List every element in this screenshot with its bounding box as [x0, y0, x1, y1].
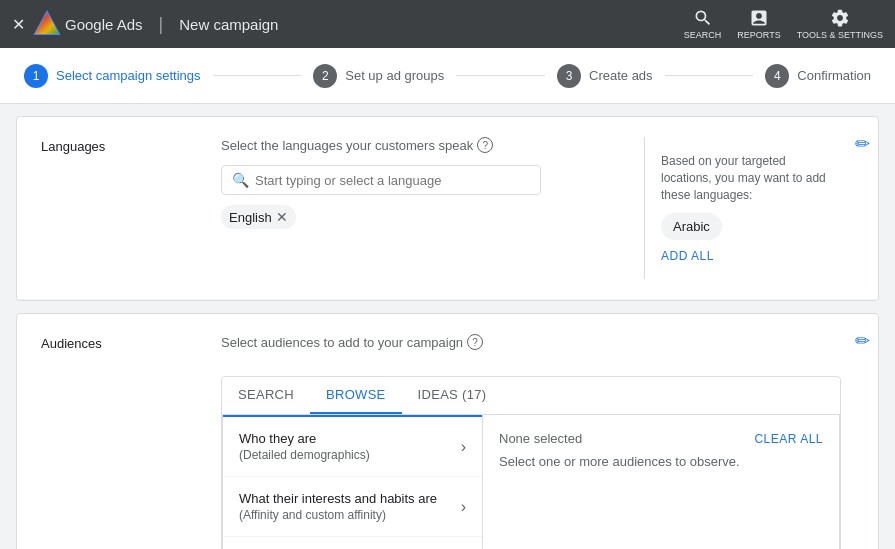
languages-label: Languages	[41, 137, 221, 154]
select-hint-text: Select one or more audiences to observe.	[499, 454, 823, 469]
audience-list: Who they are (Detailed demographics) › W…	[223, 415, 483, 549]
audience-item-1[interactable]: What their interests and habits are (Aff…	[223, 477, 482, 537]
step-3[interactable]: 3 Create ads	[557, 64, 653, 88]
tab-container: SEARCH BROWSE IDEAS (17) Who they are (D	[221, 376, 841, 549]
clear-all-link[interactable]: CLEAR ALL	[754, 432, 823, 446]
languages-card: Languages Select the languages your cust…	[16, 116, 879, 301]
languages-help-icon[interactable]: ?	[477, 137, 493, 153]
audiences-hint: Select audiences to add to your campaign…	[221, 334, 483, 350]
campaign-title: New campaign	[179, 16, 278, 33]
main-content: Languages Select the languages your cust…	[0, 116, 895, 549]
languages-hint: Select the languages your customers spea…	[221, 137, 644, 153]
languages-edit-icon[interactable]: ✏	[855, 133, 870, 155]
step-2-label: Set up ad groups	[345, 68, 444, 83]
audience-content: Who they are (Detailed demographics) › W…	[222, 415, 840, 549]
audiences-row: Audiences Select audiences to add to you…	[17, 314, 878, 549]
svg-marker-1	[35, 12, 59, 34]
search-label: SEARCH	[684, 30, 722, 40]
step-2-circle: 2	[313, 64, 337, 88]
step-2[interactable]: 2 Set up ad groups	[313, 64, 444, 88]
suggestion-hint-text: Based on your targeted locations, you ma…	[661, 153, 838, 203]
lang-tag-close-icon[interactable]: ✕	[276, 209, 288, 225]
tab-bar: SEARCH BROWSE IDEAS (17)	[222, 377, 840, 415]
suggestions-panel: Based on your targeted locations, you ma…	[644, 137, 854, 279]
english-language-tag: English ✕	[221, 205, 296, 229]
languages-row: Languages Select the languages your cust…	[17, 117, 878, 300]
tab-search[interactable]: SEARCH	[222, 377, 310, 414]
chevron-right-icon-0: ›	[461, 438, 466, 456]
step-connector-3	[665, 75, 754, 76]
tools-tool-button[interactable]: TOOLS & SETTINGS	[797, 8, 883, 40]
step-3-label: Create ads	[589, 68, 653, 83]
audience-selection-panel: None selected CLEAR ALL Select one or mo…	[483, 415, 839, 549]
stepper: 1 Select campaign settings 2 Set up ad g…	[0, 48, 895, 104]
audiences-help-icon[interactable]: ?	[467, 334, 483, 350]
audience-item-0[interactable]: Who they are (Detailed demographics) ›	[223, 415, 482, 477]
lang-tag-label: English	[229, 210, 272, 225]
language-search-input[interactable]	[255, 173, 530, 188]
topbar-icons: SEARCH REPORTS TOOLS & SETTINGS	[684, 8, 883, 40]
step-connector-1	[213, 75, 302, 76]
audience-item-2[interactable]: What they are actively researching or pl…	[223, 537, 482, 549]
search-tool-button[interactable]: SEARCH	[684, 8, 722, 40]
audiences-label: Audiences	[41, 334, 221, 351]
reports-tool-button[interactable]: REPORTS	[737, 8, 780, 40]
none-selected-text: None selected	[499, 431, 582, 446]
brand-logo: Google Ads	[33, 10, 143, 38]
tab-ideas[interactable]: IDEAS (17)	[402, 377, 503, 414]
audiences-content-area: SEARCH BROWSE IDEAS (17) Who they are (D	[221, 376, 854, 549]
step-1-label: Select campaign settings	[56, 68, 201, 83]
topbar-divider: |	[159, 14, 164, 35]
audience-item-1-sub: (Affinity and custom affinity)	[239, 508, 437, 522]
reports-label: REPORTS	[737, 30, 780, 40]
audiences-card: Audiences Select audiences to add to you…	[16, 313, 879, 549]
audience-item-0-title: Who they are	[239, 431, 370, 446]
audience-selection-header: None selected CLEAR ALL	[499, 431, 823, 446]
step-1[interactable]: 1 Select campaign settings	[24, 64, 201, 88]
step-3-circle: 3	[557, 64, 581, 88]
language-input-wrap[interactable]: 🔍	[221, 165, 541, 195]
google-logo-icon	[33, 10, 61, 38]
tools-label: TOOLS & SETTINGS	[797, 30, 883, 40]
topbar: ✕ Google Ads | New campaign SEARCH	[0, 0, 895, 48]
languages-body: Select the languages your customers spea…	[221, 137, 644, 229]
close-icon[interactable]: ✕	[12, 15, 25, 34]
step-4-label: Confirmation	[797, 68, 871, 83]
audience-item-1-title: What their interests and habits are	[239, 491, 437, 506]
arabic-suggestion[interactable]: Arabic	[661, 213, 722, 240]
audiences-header-row: Audiences Select audiences to add to you…	[41, 334, 854, 362]
audience-item-0-sub: (Detailed demographics)	[239, 448, 370, 462]
add-all-link[interactable]: ADD ALL	[661, 249, 714, 263]
step-connector-2	[456, 75, 545, 76]
audiences-panel: SEARCH BROWSE IDEAS (17) Who they are (D	[221, 376, 841, 549]
step-4-circle: 4	[765, 64, 789, 88]
step-4[interactable]: 4 Confirmation	[765, 64, 871, 88]
language-search-icon: 🔍	[232, 172, 249, 188]
step-1-circle: 1	[24, 64, 48, 88]
brand-name: Google Ads	[65, 16, 143, 33]
audiences-edit-icon[interactable]: ✏	[855, 330, 870, 352]
chevron-right-icon-1: ›	[461, 498, 466, 516]
tab-browse[interactable]: BROWSE	[310, 377, 402, 414]
